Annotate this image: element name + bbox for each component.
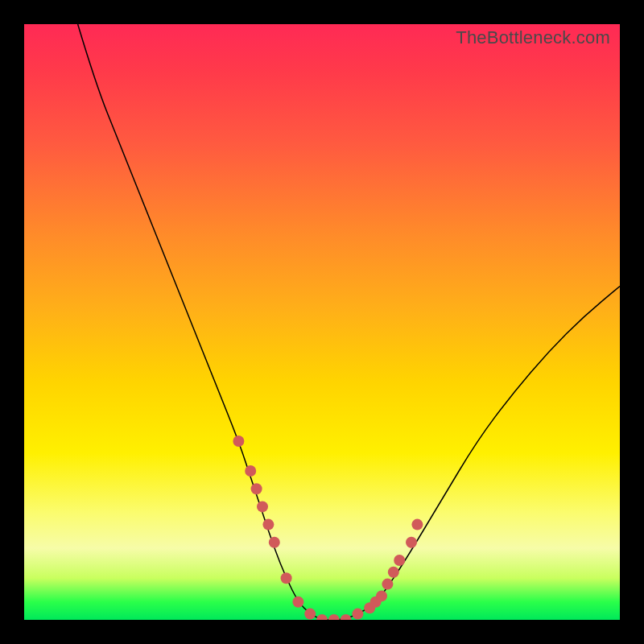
marker-point [376,590,387,601]
chart-frame: TheBottleneck.com [0,0,644,644]
marker-group [233,436,423,620]
marker-point [328,614,340,620]
marker-point [394,555,405,566]
marker-point [304,609,316,620]
plot-area: TheBottleneck.com [24,24,620,620]
marker-point [382,579,393,590]
marker-point [245,465,256,477]
marker-point [292,597,303,608]
marker-point [269,537,280,548]
marker-point [352,609,363,620]
marker-point [411,519,423,530]
marker-point [388,567,399,578]
marker-point [262,519,274,530]
marker-point [251,483,262,494]
marker-point [257,501,268,512]
marker-point [406,537,417,548]
marker-point [233,436,244,447]
marker-point [341,614,352,620]
marker-point [281,572,292,584]
chart-svg [24,24,620,620]
marker-point [316,614,328,620]
bottleneck-curve [78,24,620,620]
